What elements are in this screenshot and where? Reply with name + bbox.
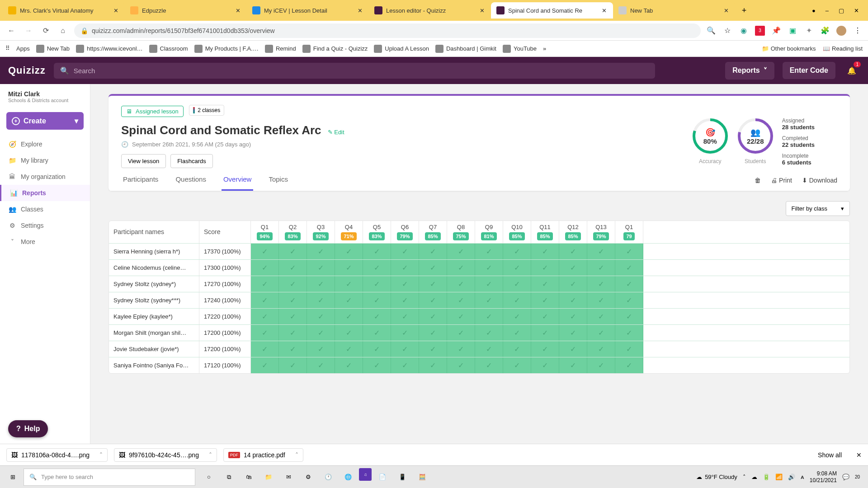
answer-cell[interactable]: ✓: [587, 244, 615, 259]
answer-cell[interactable]: ✓: [279, 244, 307, 259]
answer-cell[interactable]: ✓: [251, 260, 279, 276]
answer-cell[interactable]: ✓: [475, 276, 503, 292]
answer-cell[interactable]: ✓: [307, 341, 335, 357]
answer-cell[interactable]: ✓: [447, 341, 475, 357]
answer-cell[interactable]: ✓: [475, 309, 503, 324]
search-box[interactable]: 🔍: [54, 63, 655, 79]
answer-cell[interactable]: ✓: [391, 341, 419, 357]
browser-tab[interactable]: Lesson editor - Quizizz✕: [369, 2, 491, 19]
answer-cell[interactable]: ✓: [307, 292, 335, 308]
question-header[interactable]: Q1185%: [531, 221, 559, 243]
answer-cell[interactable]: ✓: [531, 276, 559, 292]
download-button[interactable]: ⬇ Download: [802, 177, 837, 184]
answer-cell[interactable]: ✓: [587, 260, 615, 276]
sidebar-item-reports[interactable]: 📊Reports: [0, 185, 90, 201]
answer-cell[interactable]: ✓: [251, 244, 279, 259]
answer-cell[interactable]: ✓: [307, 276, 335, 292]
ext-icon-3[interactable]: 📌: [771, 26, 781, 36]
browser-tab[interactable]: My iCEV | Lesson Detail✕: [247, 2, 369, 19]
view-lesson-button[interactable]: View lesson: [121, 154, 166, 168]
participant-name[interactable]: Celine Nicodemus (celine…: [109, 260, 199, 276]
answer-cell[interactable]: ✓: [503, 309, 531, 324]
answer-cell[interactable]: ✓: [279, 341, 307, 357]
answer-cell[interactable]: ✓: [587, 325, 615, 341]
answer-cell[interactable]: ✓: [447, 244, 475, 259]
answer-cell[interactable]: ✓: [307, 309, 335, 324]
question-header[interactable]: Q1085%: [503, 221, 531, 243]
sidebar-item-classes[interactable]: 👥Classes: [0, 201, 90, 217]
chrome-menu-icon[interactable]: ⋮: [853, 26, 863, 36]
answer-cell[interactable]: ✓: [587, 292, 615, 308]
answer-cell[interactable]: ✓: [251, 276, 279, 292]
answer-cell[interactable]: ✓: [531, 244, 559, 259]
participant-name[interactable]: Kaylee Epley (kaylee*): [109, 309, 199, 324]
answer-cell[interactable]: ✓: [335, 292, 363, 308]
answer-cell[interactable]: ✓: [363, 244, 391, 259]
close-icon[interactable]: ✕: [356, 7, 363, 14]
answer-cell[interactable]: ✓: [419, 325, 447, 341]
answer-cell[interactable]: ✓: [391, 357, 419, 373]
answer-cell[interactable]: ✓: [559, 276, 587, 292]
answer-cell[interactable]: ✓: [363, 276, 391, 292]
show-all-downloads[interactable]: Show all: [818, 451, 842, 459]
answer-cell[interactable]: ✓: [419, 309, 447, 324]
notifications-bell[interactable]: 🔔 1: [844, 62, 860, 79]
answer-cell[interactable]: ✓: [559, 292, 587, 308]
answer-cell[interactable]: ✓: [391, 244, 419, 259]
edit-button[interactable]: ✎ Edit: [328, 129, 344, 136]
bookmark-item[interactable]: Dashboard | Gimkit: [435, 45, 496, 53]
reports-dropdown[interactable]: Reports ˅: [725, 62, 774, 80]
download-item[interactable]: 🖼9f97610b-424c-45….png˄: [114, 448, 217, 462]
answer-cell[interactable]: ✓: [475, 325, 503, 341]
apps-button[interactable]: ⠿Apps: [5, 45, 30, 53]
download-item[interactable]: PDF14 practice.pdf˄: [223, 448, 303, 462]
chevron-up-icon[interactable]: ˄: [99, 451, 103, 459]
answer-cell[interactable]: ✓: [531, 341, 559, 357]
answer-cell[interactable]: ✓: [251, 309, 279, 324]
account-dot-icon[interactable]: ●: [812, 7, 816, 14]
answer-cell[interactable]: ✓: [335, 260, 363, 276]
close-icon[interactable]: ✕: [478, 7, 486, 14]
app-icon-2[interactable]: 📄: [373, 468, 392, 486]
answer-cell[interactable]: ✓: [615, 325, 643, 341]
bookmark-overflow[interactable]: »: [543, 45, 546, 52]
action-center-icon[interactable]: 💬: [842, 474, 849, 480]
answer-cell[interactable]: ✓: [615, 309, 643, 324]
answer-cell[interactable]: ✓: [587, 276, 615, 292]
answer-cell[interactable]: ✓: [251, 357, 279, 373]
answer-cell[interactable]: ✓: [559, 341, 587, 357]
answer-cell[interactable]: ✓: [559, 325, 587, 341]
tab-participants[interactable]: Participants: [121, 175, 160, 191]
search-input[interactable]: [74, 67, 160, 75]
bookmark-item[interactable]: https://www.icevonl…: [76, 45, 143, 53]
clock[interactable]: 9:08 AM 10/21/2021: [810, 470, 837, 483]
profile-avatar[interactable]: [836, 26, 846, 36]
delete-button[interactable]: 🗑: [755, 177, 761, 184]
app-icon-1[interactable]: 🕐: [319, 468, 337, 486]
participant-name[interactable]: Sydney Stoltz (sydney*): [109, 276, 199, 292]
answer-cell[interactable]: ✓: [503, 292, 531, 308]
answer-cell[interactable]: ✓: [503, 325, 531, 341]
answer-cell[interactable]: ✓: [475, 244, 503, 259]
chevron-up-icon[interactable]: ˄: [209, 451, 212, 459]
chrome-icon[interactable]: 🌐: [339, 468, 357, 486]
answer-cell[interactable]: ✓: [363, 325, 391, 341]
bookmark-item[interactable]: New Tab: [36, 45, 70, 53]
question-header[interactable]: Q981%: [475, 221, 503, 243]
bookmark-item[interactable]: YouTube: [503, 45, 537, 53]
answer-cell[interactable]: ✓: [615, 357, 643, 373]
answer-cell[interactable]: ✓: [363, 309, 391, 324]
score-header[interactable]: Score: [199, 221, 250, 243]
url-field[interactable]: 🔒 quizizz.com/admin/reports/61507bf3ef67…: [74, 23, 701, 38]
question-header[interactable]: Q583%: [363, 221, 391, 243]
create-button[interactable]: + Create ▾: [6, 112, 84, 130]
sidebar-item-more[interactable]: ˅More: [0, 234, 90, 250]
onedrive-icon[interactable]: ☁: [751, 474, 757, 480]
answer-cell[interactable]: ✓: [559, 260, 587, 276]
answer-cell[interactable]: ✓: [363, 341, 391, 357]
answer-cell[interactable]: ✓: [391, 325, 419, 341]
answer-cell[interactable]: ✓: [587, 341, 615, 357]
answer-cell[interactable]: ✓: [503, 357, 531, 373]
filter-by-class-dropdown[interactable]: Filter by class ▾: [786, 201, 850, 216]
answer-cell[interactable]: ✓: [419, 292, 447, 308]
